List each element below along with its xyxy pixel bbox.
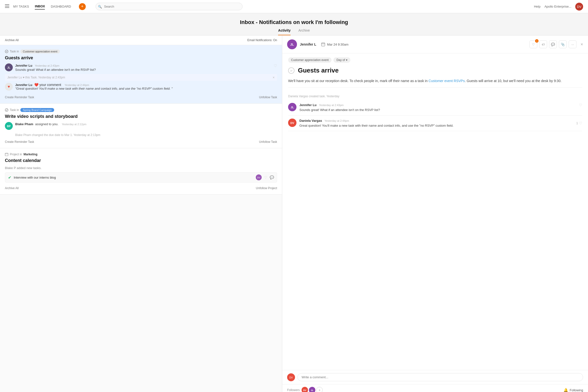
task-tags: Customer appreciation event Day of ▾ <box>288 57 582 63</box>
svg-text:JL: JL <box>291 106 294 109</box>
unfollow-btn-1[interactable]: Unfollow Task <box>259 96 277 99</box>
main-layout: Archive All Email Notifications: On Task… <box>0 36 588 392</box>
search-icon: 🔍 <box>98 5 102 8</box>
create-reminder-btn-2[interactable]: Create Reminder Task <box>5 140 34 144</box>
nav-my-tasks[interactable]: MY TASKS <box>13 4 29 9</box>
following-label: Following <box>570 388 583 392</box>
svg-rect-13 <box>5 153 8 156</box>
search-input[interactable] <box>96 3 242 10</box>
task-badge-1[interactable]: Customer appreciation event <box>20 50 60 54</box>
svg-rect-2 <box>5 7 9 8</box>
card-footer-2: Create Reminder Task Unfollow Task <box>5 138 277 144</box>
task-complete-button[interactable] <box>288 68 294 74</box>
right-user-avatar: JL <box>287 40 297 49</box>
task-date: Mar 24 9:30am <box>327 43 348 46</box>
tab-activity[interactable]: Activity <box>278 28 290 35</box>
project-name-3[interactable]: Marketing <box>24 153 38 156</box>
task-item-avatar: DV <box>256 174 262 180</box>
followers-bar: Followers DV JL + 🔔 Following <box>282 384 588 392</box>
notification-card-3[interactable]: Project in Marketing Content calendar Bl… <box>0 148 282 194</box>
activity-assign-text: assigned to you. <box>35 122 58 126</box>
task-like-icon[interactable]: ♡ <box>264 176 267 179</box>
activity-row-1: JL Jennifer Lu Yesterday at 2:43pm Sound… <box>5 64 277 72</box>
notification-card-2[interactable]: Task in Spring Brand Campaign Write vide… <box>0 104 282 148</box>
task-item-name-1: Interview with our interns blog <box>14 176 253 179</box>
task-tag[interactable]: Customer appreciation event <box>288 57 332 63</box>
task-badge-2[interactable]: Spring Brand Campaign <box>20 108 54 112</box>
add-follower-button[interactable]: + <box>316 387 323 392</box>
comment-body-2: Daniela Vargas Yesterday at 2:44pm Great… <box>300 118 573 128</box>
day-of-dropdown[interactable]: Day of ▾ <box>334 57 350 63</box>
close-like-1[interactable]: × <box>273 76 275 80</box>
right-panel: JL Jennifer L Mar 24 9:30am ♡ 1 🏷 💬 📎 ··… <box>282 36 588 392</box>
attach-action-btn[interactable]: 📎 <box>559 40 567 48</box>
comment-text-2: Great question! You'll make a new task w… <box>300 123 573 128</box>
activity-comment-2: DV Daniela Vargas Yesterday at 2:44pm Gr… <box>288 116 582 131</box>
comment-user-avatar: DV <box>287 374 295 381</box>
avatar[interactable]: DV <box>575 3 583 10</box>
nav-inbox[interactable]: INBOX <box>35 4 45 10</box>
unfollow-btn-2[interactable]: Unfollow Task <box>259 140 277 144</box>
card-header-2: Task in Spring Brand Campaign <box>5 108 277 112</box>
comment-input-wrap: DV <box>282 370 588 384</box>
like-sub-text-1: Jennifer Lu ♥ this Task. Yesterday at 2:… <box>7 76 65 79</box>
more-action-btn[interactable]: ··· <box>569 40 576 48</box>
comment-user-1: Jennifer Lu <box>300 103 316 107</box>
card-header-3: Project in Marketing <box>5 153 277 156</box>
nav-dashboard[interactable]: DASHBOARD <box>51 4 71 9</box>
notification-card-1[interactable]: Task in Customer appreciation event Gues… <box>0 45 282 104</box>
hamburger-icon[interactable] <box>5 4 9 8</box>
right-action-buttons: ♡ 1 🏷 💬 📎 ··· × <box>530 40 583 48</box>
close-right-panel[interactable]: × <box>580 42 583 47</box>
task-link[interactable]: Customer event RSVPs <box>428 79 465 83</box>
task-section: Customer appreciation event Day of ▾ Gue… <box>282 54 588 92</box>
svg-text:♥: ♥ <box>8 84 10 89</box>
task-item-actions: ♡ 💬 <box>264 176 274 179</box>
like-row-1: Jennifer Lu ♥ this Task. Yesterday at 2:… <box>5 74 277 81</box>
comment-like-btn-1[interactable]: ♡ <box>579 103 582 112</box>
unfollow-btn-3[interactable]: Unfollow Project <box>256 186 277 190</box>
page-title: Inbox - Notifications on work I'm follow… <box>240 13 348 26</box>
followers-section: Followers DV JL + <box>287 387 323 392</box>
add-button[interactable]: + <box>79 3 86 10</box>
right-task-title: Guests arrive <box>298 67 338 74</box>
task-item-avatars: DV <box>256 174 262 180</box>
comment-like-count-2: 1 <box>576 122 578 125</box>
reaction-user-1: Jennifer Lu <box>15 83 32 87</box>
tab-archive[interactable]: Archive <box>298 28 310 35</box>
svg-rect-18 <box>322 43 325 46</box>
card-title-2: Write video scripts and storyboard <box>5 114 277 119</box>
comment-like-btn-2[interactable]: ♡ <box>579 121 582 126</box>
page-wrap: Inbox - Notifications on work I'm follow… <box>0 13 588 392</box>
help-link[interactable]: Help <box>534 5 540 8</box>
follower-avatar-1: DV <box>302 387 308 392</box>
reaction-time-1: Yesterday at 2:44pm <box>64 84 89 86</box>
task-title-row: Guests arrive <box>288 67 582 74</box>
follower-avatar-2: JL <box>309 387 315 392</box>
tabs: Activity Archive <box>0 26 588 36</box>
archive-all-btn-3[interactable]: Archive All <box>5 186 18 190</box>
org-label[interactable]: Apollo Enterprise... <box>544 5 571 8</box>
archive-all-button[interactable]: Archive All <box>5 38 18 42</box>
create-reminder-btn-1[interactable]: Create Reminder Task <box>5 96 34 99</box>
comment-time-2: Yesterday at 2:44pm <box>324 119 349 122</box>
task-comment-icon[interactable]: 💬 <box>270 176 274 179</box>
following-button[interactable]: 🔔 Following <box>564 388 583 392</box>
activity-body-1: Jennifer Lu Yesterday at 2:43pm Sounds g… <box>15 64 277 72</box>
card-footer-1: Create Reminder Task Unfollow Task <box>5 93 277 99</box>
tag-action-btn[interactable]: 🏷 <box>539 40 547 48</box>
card-footer-3: Archive All Unfollow Project <box>5 184 277 190</box>
activity-avatar-1: JL <box>5 64 13 71</box>
svg-text:JL: JL <box>311 389 314 392</box>
like-action-btn[interactable]: ♡ 1 <box>530 40 537 48</box>
svg-text:DV: DV <box>290 122 294 124</box>
comment-input[interactable] <box>298 373 583 381</box>
email-notifications-toggle[interactable]: Email Notifications: On <box>248 38 277 42</box>
svg-text:JL: JL <box>290 43 294 46</box>
like-button-1[interactable]: ♡ <box>274 64 277 68</box>
search-wrap: 🔍 <box>96 3 242 10</box>
left-panel: Archive All Email Notifications: On Task… <box>0 36 282 392</box>
task-item-row-1[interactable]: ✔ Interview with our interns blog DV ♡ 💬 <box>5 172 277 182</box>
comment-action-btn[interactable]: 💬 <box>549 40 557 48</box>
reaction-avatar-1: ♥ <box>5 83 13 91</box>
